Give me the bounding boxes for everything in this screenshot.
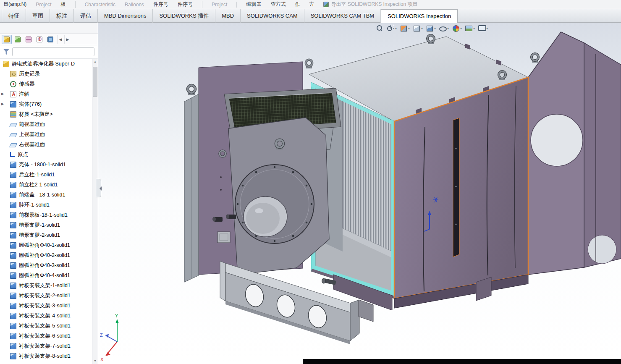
triad-y-label: Y <box>115 313 118 318</box>
tree-root-label: 静电式油雾净化器 Super-D <box>12 60 75 68</box>
triad-x-label: X <box>100 357 104 362</box>
menu-item[interactable]: Project <box>36 2 51 8</box>
tree-item-icon <box>10 303 16 309</box>
panel-tabs-next-icon[interactable]: ▶ <box>64 35 71 44</box>
tree-item[interactable]: 衬板安装支架-5-solid1 <box>0 321 92 331</box>
tree-item[interactable]: 圆弧补角Φ40-4-solid1 <box>0 270 92 280</box>
headsup-tool-icon <box>477 24 486 32</box>
tree-item-label: 实体(776) <box>19 101 42 108</box>
tree-item[interactable]: 圆弧补角Φ40-3-solid1 <box>0 260 92 270</box>
tree-item[interactable]: 前端盖 - 18-1-solid1 <box>0 190 92 200</box>
commandmanager-tab[interactable]: SOLIDWORKS Inspection <box>381 9 458 23</box>
headsup-tool[interactable] <box>477 24 488 32</box>
headsup-tool[interactable] <box>451 24 462 32</box>
tree-item[interactable]: 壳体 - 1800-1-solid1 <box>0 160 92 170</box>
graphics-viewport[interactable]: Y Z X <box>98 23 621 364</box>
tree-item[interactable]: 圆弧补角Φ40-2-solid1 <box>0 250 92 260</box>
tree-item[interactable]: 衬板安装支架-6-solid1 <box>0 331 92 341</box>
tree-item-icon <box>9 133 17 137</box>
headsup-tool[interactable] <box>386 24 397 32</box>
headsup-tool[interactable] <box>375 24 384 32</box>
menu-item[interactable]: 板 <box>61 1 76 8</box>
tree-item[interactable]: 材质 <未指定> <box>0 109 92 119</box>
support-leg[interactable] <box>359 300 373 322</box>
tree-item[interactable]: 衬板安装支架-7-solid1 <box>0 341 92 351</box>
scroll-up-icon[interactable]: ▲ <box>92 59 98 65</box>
commandmanager-tab[interactable]: MBD Dimensions <box>98 9 153 23</box>
tree-item-label: 衬板安装支架-2-solid1 <box>19 292 71 299</box>
panel-tab[interactable] <box>45 35 55 44</box>
menu-item[interactable]: 目(amp:N) <box>3 1 26 8</box>
tree-filter-input[interactable] <box>12 47 94 56</box>
commandmanager-tab[interactable]: SOLIDWORKS CAM TBM <box>304 9 381 23</box>
tree-item-icon <box>10 152 15 157</box>
tree-item[interactable]: 槽形支腿-2-solid1 <box>0 230 92 240</box>
commandmanager-tab[interactable]: 草图 <box>26 9 50 23</box>
tree-item[interactable]: 后立柱-1-solid1 <box>0 170 92 180</box>
panel-tab[interactable] <box>13 35 23 44</box>
tree-item[interactable]: 上视基准面 <box>0 129 92 139</box>
menu-item[interactable]: 件序号 <box>153 1 168 8</box>
tree-item[interactable]: 传感器 <box>0 79 92 89</box>
tree-item-icon <box>10 323 16 329</box>
commandmanager-tab[interactable]: 特征 <box>2 9 26 23</box>
tree-item[interactable]: 历史记录 <box>0 69 92 79</box>
scroll-down-icon[interactable]: ▼ <box>92 358 98 364</box>
tree-item[interactable]: 衬板安装支架-1-solid1 <box>0 280 92 291</box>
commandmanager-tab[interactable]: SOLIDWORKS 插件 <box>153 9 215 23</box>
headsup-tool[interactable] <box>399 24 410 32</box>
panel-collapse-handle[interactable] <box>96 179 101 197</box>
tree-item[interactable]: 衬板安装支架-8-solid1 <box>0 351 92 361</box>
menu-item[interactable]: 导出至 SOLIDWORKS Inspection 项目 <box>323 1 417 8</box>
tree-item[interactable]: 右视基准面 <box>0 139 92 149</box>
menu-item[interactable]: 作 <box>295 1 300 8</box>
headsup-tool[interactable] <box>412 24 423 32</box>
panel-tabs-prev-icon[interactable]: ◀ <box>57 35 63 44</box>
menu-item[interactable]: 编辑器 <box>246 1 261 8</box>
tree-item-icon <box>9 143 17 147</box>
tree-item[interactable]: 前视基准面 <box>0 119 92 129</box>
tree-item[interactable]: 槽形支腿-1-solid1 <box>0 220 92 230</box>
panel-tab[interactable] <box>34 35 45 44</box>
panel-tab-icon <box>47 37 53 42</box>
menu-item[interactable]: Balloons <box>125 2 144 8</box>
tree-item[interactable]: 脖环-1-solid1 <box>0 200 92 210</box>
menu-item[interactable]: Characteristic <box>85 2 115 8</box>
feature-manager-panel: ◀ ▶ 静电式油雾净化器 Super-D 历史记录 <box>0 23 98 364</box>
scrollbar-thumb[interactable] <box>93 67 97 97</box>
tree-scrollbar[interactable]: ▲ ▼ <box>92 59 98 364</box>
filter-funnel-icon[interactable] <box>3 49 9 55</box>
commandmanager-tab[interactable]: 评估 <box>74 9 98 23</box>
commandmanager-tab[interactable]: MBD <box>215 9 241 23</box>
tree-item[interactable]: 注解 <box>0 89 92 99</box>
headsup-tool[interactable] <box>464 24 475 32</box>
tree-item-label: 前立柱2-1-solid1 <box>19 181 58 189</box>
tree-item[interactable]: 前梯形板-18-1-solid1 <box>0 210 92 220</box>
headsup-tool-icon <box>386 24 395 32</box>
headsup-tool[interactable] <box>438 24 449 32</box>
menu-item[interactable]: 方 <box>309 1 314 8</box>
tree-item-label: 衬板安装支架-4-solid1 <box>19 312 71 319</box>
tree-item[interactable]: 圆弧补角Φ40-1-solid1 <box>0 240 92 250</box>
tree-item[interactable]: 衬板安装支架-2-solid1 <box>0 291 92 301</box>
tree-item[interactable]: 实体(776) <box>0 99 92 109</box>
menu-item[interactable]: Project <box>212 2 237 8</box>
rear-right-panel[interactable] <box>584 43 621 267</box>
model-3d-view[interactable]: Y Z X <box>98 23 621 364</box>
tree-root-item[interactable]: 静电式油雾净化器 Super-D <box>0 59 92 69</box>
tree-item[interactable]: 前立柱2-1-solid1 <box>0 180 92 190</box>
menu-item-label: 方 <box>309 1 314 8</box>
commandmanager-tab[interactable]: SOLIDWORKS CAM <box>241 9 304 23</box>
tree-item[interactable]: 原点 <box>0 149 92 160</box>
menu-item[interactable]: 查方式 <box>270 1 286 8</box>
tree-item-label: 槽形支腿-2-solid1 <box>19 232 60 239</box>
commandmanager-tab[interactable]: 标注 <box>50 9 74 23</box>
menu-item[interactable]: 件序号 <box>178 1 202 8</box>
panel-tab[interactable] <box>24 35 34 44</box>
rear-wall[interactable] <box>528 32 584 275</box>
tree-item[interactable]: 衬板安装支架-3-solid1 <box>0 301 92 311</box>
headsup-tool[interactable] <box>425 24 436 32</box>
panel-tab[interactable] <box>2 35 12 44</box>
tree-item-label: 脖环-1-solid1 <box>19 202 50 209</box>
tree-item[interactable]: 衬板安装支架-4-solid1 <box>0 311 92 321</box>
